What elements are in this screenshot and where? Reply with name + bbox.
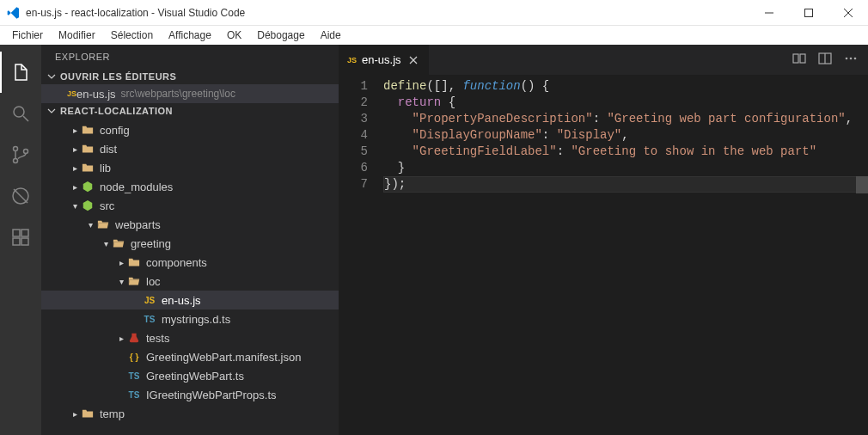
code-line-5[interactable]: "GreetingFieldLabel": "Greeting to show … xyxy=(383,144,868,160)
svg-point-23 xyxy=(854,58,857,60)
menu-item-modifier[interactable]: Modifier xyxy=(52,28,102,43)
menu-item-aide[interactable]: Aide xyxy=(314,28,348,43)
code-line-7[interactable]: }); xyxy=(383,176,868,193)
tree-file-mystrings-d-ts[interactable]: TSmystrings.d.ts xyxy=(41,309,339,328)
search-tab[interactable] xyxy=(0,93,41,134)
js-file-icon: JS xyxy=(347,56,357,64)
js-file-icon: JS xyxy=(143,293,156,307)
tree-item-label: lib xyxy=(100,162,111,175)
tree-item-label: temp xyxy=(100,407,125,420)
search-icon xyxy=(10,103,31,124)
chevron-down-icon: ▾ xyxy=(100,239,112,248)
js-file-icon: JS xyxy=(67,89,76,98)
scm-tab[interactable] xyxy=(0,134,41,175)
more-actions-button[interactable] xyxy=(844,52,858,68)
diff-icon xyxy=(792,52,806,65)
chevron-right-icon: ▸ xyxy=(69,126,81,135)
code-content[interactable]: define([], function() { return { "Proper… xyxy=(378,75,868,435)
code-line-3[interactable]: "PropertyPaneDescription": "Greeting web… xyxy=(383,111,868,127)
chevron-down-icon xyxy=(46,71,57,82)
tree-folder-loc[interactable]: ▾loc xyxy=(41,272,339,291)
code-line-6[interactable]: } xyxy=(383,160,868,176)
tabs-spacer xyxy=(429,45,782,75)
scrollbar-thumb[interactable] xyxy=(856,176,868,193)
tree-folder-tests[interactable]: ▸tests xyxy=(41,328,339,347)
activity-bar xyxy=(0,45,41,435)
minimize-icon xyxy=(765,9,773,17)
svg-rect-12 xyxy=(13,238,20,245)
tree-folder-config[interactable]: ▸config xyxy=(41,120,339,139)
tree-folder-webparts[interactable]: ▾webparts xyxy=(41,215,339,234)
svg-rect-11 xyxy=(13,230,20,236)
sidebar-title: EXPLORER xyxy=(41,45,339,69)
code-line-4[interactable]: "DisplayGroupName": "Display", xyxy=(383,127,868,144)
minimize-button[interactable] xyxy=(749,0,789,26)
window-title: en-us.js - react-localization - Visual S… xyxy=(26,7,749,19)
folder-open-icon xyxy=(96,218,110,231)
tree-file-en-us-js[interactable]: JSen-us.js xyxy=(41,291,339,309)
open-editors-header[interactable]: OUVRIR LES ÉDITEURS xyxy=(41,69,339,84)
close-icon xyxy=(844,9,853,17)
editor-tab[interactable]: JS en-us.js xyxy=(339,45,429,75)
editor-tabs: JS en-us.js xyxy=(339,45,868,75)
menu-item-fichier[interactable]: Fichier xyxy=(5,28,50,43)
line-gutter: 1234567 xyxy=(339,75,378,435)
menu-item-ok[interactable]: OK xyxy=(220,28,248,43)
chevron-right-icon: ▸ xyxy=(115,258,127,267)
tree-folder-src[interactable]: ▾src xyxy=(41,196,339,215)
tree-folder-dist[interactable]: ▸dist xyxy=(41,139,339,158)
debug-icon xyxy=(10,186,31,206)
code-editor[interactable]: 1234567 define([], function() { return {… xyxy=(339,75,868,435)
explorer-sidebar: EXPLORER OUVRIR LES ÉDITEURS JS en-us.js… xyxy=(41,45,339,435)
debug-tab[interactable] xyxy=(0,175,41,217)
vscode-logo-icon xyxy=(7,6,21,20)
tree-item-label: greeting xyxy=(131,237,171,250)
maximize-button[interactable] xyxy=(789,0,828,26)
tree-folder-lib[interactable]: ▸lib xyxy=(41,158,339,177)
json-file-icon: { } xyxy=(127,350,141,364)
ts-file-icon: TS xyxy=(127,388,141,401)
explorer-tab[interactable] xyxy=(0,52,41,93)
tree-file-greetingwebpart-ts[interactable]: TSGreetingWebPart.ts xyxy=(41,366,339,385)
project-header[interactable]: REACT-LOCALIZATION xyxy=(41,103,339,119)
svg-point-22 xyxy=(850,58,853,60)
ellipsis-icon xyxy=(844,52,858,65)
svg-rect-1 xyxy=(805,9,813,16)
svg-rect-17 xyxy=(793,54,798,63)
folder-icon xyxy=(81,123,95,137)
tree-file-igreetingwebpartprops-ts[interactable]: TSIGreetingWebPartProps.ts xyxy=(41,385,339,404)
chevron-right-icon: ▸ xyxy=(69,182,81,192)
tree-item-label: loc xyxy=(146,275,161,288)
files-icon xyxy=(10,62,31,83)
tree-folder-greeting[interactable]: ▾greeting xyxy=(41,234,339,253)
tree-folder-node-modules[interactable]: ▸node_modules xyxy=(41,177,339,196)
tree-folder-temp[interactable]: ▸temp xyxy=(41,404,339,423)
tree-file-greetingwebpart-manifest-json[interactable]: { }GreetingWebPart.manifest.json xyxy=(41,347,339,366)
code-line-1[interactable]: define([], function() { xyxy=(383,78,868,95)
tree-folder-components[interactable]: ▸components xyxy=(41,253,339,272)
tree-item-label: dist xyxy=(100,143,117,156)
titlebar: en-us.js - react-localization - Visual S… xyxy=(0,0,868,26)
menu-item-débogage[interactable]: Débogage xyxy=(250,28,311,43)
folder-icon xyxy=(81,161,95,175)
svg-point-8 xyxy=(24,150,28,154)
svg-point-4 xyxy=(14,107,24,117)
tab-close-button[interactable] xyxy=(406,53,420,67)
compare-changes-button[interactable] xyxy=(792,52,806,68)
vertical-scrollbar[interactable] xyxy=(856,75,868,435)
split-icon xyxy=(818,52,832,65)
svg-point-21 xyxy=(846,58,848,60)
code-line-2[interactable]: return { xyxy=(383,95,868,111)
svg-rect-13 xyxy=(21,238,28,245)
menu-item-affichage[interactable]: Affichage xyxy=(162,28,218,43)
split-editor-button[interactable] xyxy=(818,52,832,68)
chevron-down-icon xyxy=(46,106,57,116)
menu-item-sélection[interactable]: Sélection xyxy=(104,28,160,43)
close-button[interactable] xyxy=(828,0,868,26)
extensions-tab[interactable] xyxy=(0,217,41,258)
chevron-right-icon: ▸ xyxy=(69,409,81,419)
open-editor-path: src\webparts\greeting\loc xyxy=(121,88,235,100)
folder-open-icon xyxy=(127,274,141,288)
folder-icon xyxy=(81,407,95,420)
open-editor-item[interactable]: JS en-us.js src\webparts\greeting\loc xyxy=(41,84,339,103)
